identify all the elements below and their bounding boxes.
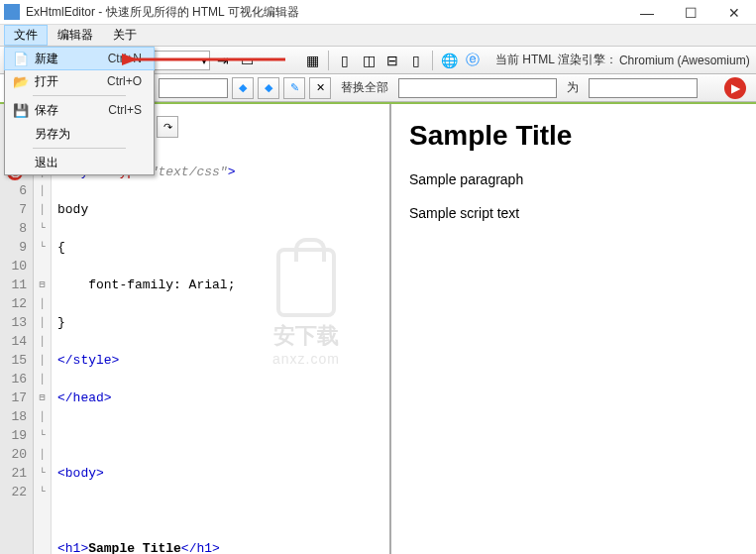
minimize-button[interactable]: — [625,0,669,25]
find-prev-icon[interactable]: ◆ [232,77,254,99]
ie-icon[interactable]: ⓔ [462,50,484,71]
replace-from-input[interactable] [398,78,557,98]
save-file-icon: 💾 [11,103,31,118]
layout-icon-1[interactable]: ▯ [334,50,356,71]
menu-about[interactable]: 关于 [103,25,147,46]
separator [432,51,433,70]
menu-item-saveas[interactable]: 另存为 [5,122,154,146]
menu-editor[interactable]: 编辑器 [48,25,103,46]
menu-item-open[interactable]: 📂 打开 Ctrl+O [5,69,154,93]
menubar: 文件 编辑器 关于 [0,25,756,47]
open-file-icon: 📂 [11,74,31,89]
file-menu-dropdown: 📄 新建 Ctrl+N 📂 打开 Ctrl+O 💾 保存 Ctrl+S 另存为 … [4,47,155,175]
new-file-icon: 📄 [11,52,31,66]
window-controls: — ☐ ✕ [625,0,756,25]
maximize-button[interactable]: ☐ [669,0,712,25]
toolbar-icon-5[interactable]: ▦ [301,50,323,71]
preview-paragraph: Sample paragraph [409,171,738,187]
preview-pane: Sample Title Sample paragraph Sample scr… [391,104,756,554]
close-button[interactable]: ✕ [712,0,756,25]
engine-label: 当前 HTML 渲染引擎： [495,52,617,68]
globe-icon[interactable]: 🌐 [438,50,460,71]
redo-icon[interactable]: ↷ [157,116,178,138]
menu-separator [33,148,126,149]
clear-icon[interactable]: ✕ [309,77,331,99]
window-title: ExHtmlEditor - 快速所见所得的 HTML 可视化编辑器 [26,4,299,21]
separator [328,51,329,70]
layout-icon-4[interactable]: ▯ [405,50,427,71]
layout-icon-2[interactable]: ◫ [358,50,379,71]
find-next-icon[interactable]: ◆ [258,77,279,99]
for-label: 为 [561,79,585,96]
preview-script-output: Sample script text [409,205,738,221]
find-input[interactable] [159,78,228,98]
menu-separator [33,95,126,96]
layout-icon-3[interactable]: ⊟ [381,50,403,71]
toolbar-icon-4[interactable]: ▭ [236,50,258,71]
replace-go-button[interactable]: ▶ [724,77,746,99]
replace-all-label: 替换全部 [335,79,394,96]
titlebar: ExHtmlEditor - 快速所见所得的 HTML 可视化编辑器 — ☐ ✕ [0,0,756,25]
engine-value: Chromium (Awesomium) [619,54,750,67]
preview-title: Sample Title [409,120,738,152]
app-icon [4,4,20,20]
highlight-icon[interactable]: ✎ [283,77,305,99]
replace-to-input[interactable] [589,78,698,98]
menu-item-save[interactable]: 💾 保存 Ctrl+S [5,98,154,122]
toolbar-icon-3[interactable]: ⇥ [212,50,234,71]
findbar: ◆ ◆ ✎ ✕ 替换全部 为 ▶ [155,74,756,102]
menu-item-exit[interactable]: 退出 [5,151,154,174]
menu-item-new[interactable]: 📄 新建 Ctrl+N [4,47,155,70]
menu-file[interactable]: 文件 [4,25,48,46]
